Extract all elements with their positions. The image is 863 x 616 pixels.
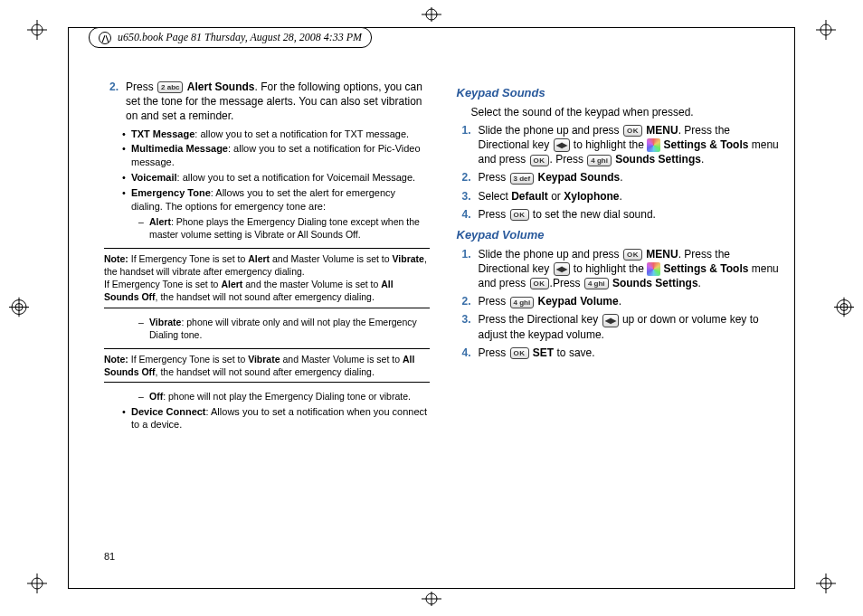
key-4ghi-icon: 4 ghi bbox=[587, 155, 612, 166]
text-bold: TXT Message bbox=[131, 128, 194, 139]
heading-keypad-sounds: Keypad Sounds bbox=[457, 85, 782, 101]
left-column: 2. Press 2 abc Alert Sounds. For the fol… bbox=[104, 80, 430, 553]
key-4ghi-icon: 4 ghi bbox=[510, 297, 535, 308]
text-bold: Settings & Tools bbox=[664, 262, 749, 275]
ok-key-icon: OK bbox=[530, 278, 549, 289]
key-4ghi-icon: 4 ghi bbox=[584, 278, 609, 289]
step-body: Slide the phone up and press OK MENU. Pr… bbox=[479, 123, 782, 167]
step-number: 2. bbox=[104, 80, 126, 124]
text-bold: Alert Sounds bbox=[187, 81, 255, 93]
kv-step-1: 1. Slide the phone up and press OK MENU.… bbox=[457, 247, 782, 291]
bullet-icon: • bbox=[122, 128, 131, 141]
step-body: Press OK to set the new dial sound. bbox=[479, 207, 782, 222]
nav-key-icon: ◀▶ bbox=[602, 314, 619, 327]
text: . Press bbox=[550, 153, 587, 166]
dash-off: –Off: phone will not play the Emergency … bbox=[138, 390, 430, 403]
crop-mark-icon bbox=[27, 20, 47, 43]
text: to set the new dial sound. bbox=[530, 208, 656, 221]
page-number: 81 bbox=[104, 551, 115, 562]
step-body: Press 4 ghi Keypad Volume. bbox=[479, 294, 782, 308]
book-icon bbox=[99, 32, 111, 44]
step-body: Press OK SET to save. bbox=[479, 346, 782, 360]
ks-step-2: 2. Press 3 def Keypad Sounds. bbox=[457, 170, 782, 185]
crop-mark-icon bbox=[422, 7, 441, 24]
text-bold: Multimedia Message bbox=[131, 143, 228, 154]
text-bold: Sounds Settings bbox=[615, 153, 701, 166]
text-bold: Keypad Sounds bbox=[538, 171, 621, 184]
bullet-mm: •Multimedia Message: allow you to set a … bbox=[122, 142, 430, 169]
text: Slide the phone up and press bbox=[479, 248, 622, 261]
ok-key-icon: OK bbox=[623, 125, 642, 137]
ok-key-icon: OK bbox=[510, 209, 529, 221]
ok-key-icon: OK bbox=[510, 347, 529, 359]
step-body: Press 2 abc Alert Sounds. For the follow… bbox=[126, 80, 430, 124]
bullet-icon: • bbox=[122, 186, 131, 213]
ks-step-3: 3. Select Default or Xylophone. bbox=[457, 189, 782, 204]
text: and Master Volume is set to bbox=[270, 253, 392, 264]
text: Press bbox=[479, 171, 509, 184]
bullet-device: •Device Connect: Allows you to set a not… bbox=[122, 405, 430, 432]
text: : phone will vibrate only and will not p… bbox=[149, 317, 417, 340]
crop-mark-icon bbox=[834, 297, 854, 319]
text-bold: Alert bbox=[248, 253, 270, 264]
step-body: Select Default or Xylophone. bbox=[479, 189, 782, 204]
step-body: Press the Directional key ◀▶ up or down … bbox=[479, 312, 782, 342]
bullet-vm: •Voicemail: allow you to set a notificat… bbox=[122, 171, 430, 185]
ok-key-icon: OK bbox=[530, 155, 549, 166]
step-number: 4. bbox=[457, 207, 479, 222]
kv-step-2: 2. Press 4 ghi Keypad Volume. bbox=[457, 294, 782, 308]
ok-key-icon: OK bbox=[623, 249, 642, 261]
crop-mark-icon bbox=[27, 573, 47, 596]
header-bar: u650.book Page 81 Thursday, August 28, 2… bbox=[89, 27, 372, 48]
intro-text: Select the sound of the keypad when pres… bbox=[471, 105, 782, 119]
note-label: Note: bbox=[104, 354, 128, 365]
bullet-icon: • bbox=[122, 171, 131, 185]
text-bold: Vibrate bbox=[392, 253, 423, 264]
ks-step-4: 4. Press OK to set the new dial sound. bbox=[457, 207, 782, 222]
content: 2. Press 2 abc Alert Sounds. For the fol… bbox=[104, 80, 782, 553]
text: Select bbox=[479, 190, 512, 203]
text: to save. bbox=[554, 346, 594, 359]
text-bold: Alert bbox=[221, 279, 242, 289]
text: Press bbox=[479, 346, 509, 359]
crop-mark-icon bbox=[816, 573, 836, 596]
step-2: 2. Press 2 abc Alert Sounds. For the fol… bbox=[104, 80, 430, 124]
text-bold: Vibrate bbox=[248, 354, 280, 365]
text-bold: Default bbox=[511, 190, 548, 203]
note-label: Note: bbox=[104, 253, 128, 264]
crop-mark-icon bbox=[816, 20, 836, 43]
text-bold: Keypad Volume bbox=[538, 295, 619, 308]
text: , the handset will not sound after emerg… bbox=[156, 366, 375, 377]
bullet-icon: • bbox=[122, 142, 131, 169]
text: or bbox=[548, 190, 564, 203]
text: . bbox=[698, 277, 701, 289]
nav-key-icon: ◀▶ bbox=[554, 138, 570, 152]
kv-step-3: 3. Press the Directional key ◀▶ up or do… bbox=[457, 312, 782, 342]
text: : allow you to set a notification for TX… bbox=[194, 128, 409, 139]
dash-icon: – bbox=[138, 215, 149, 241]
text-bold: Alert bbox=[149, 216, 171, 227]
text: : Phone plays the Emergency Dialing tone… bbox=[149, 216, 420, 240]
text-bold: Off bbox=[149, 391, 163, 402]
text-bold: Xylophone bbox=[564, 190, 619, 203]
text-bold: MENU bbox=[646, 248, 678, 261]
text: If Emergency Tone is set to bbox=[131, 354, 248, 365]
text-bold: Sounds Settings bbox=[612, 277, 698, 289]
text-bold: Vibrate bbox=[149, 317, 181, 327]
note-2: Note: If Emergency Tone is set to Vibrat… bbox=[104, 348, 430, 383]
text: If Emergency Tone is set to bbox=[104, 279, 221, 289]
key-2abc-icon: 2 abc bbox=[157, 81, 183, 93]
dash-icon: – bbox=[138, 390, 149, 403]
header-text: u650.book Page 81 Thursday, August 28, 2… bbox=[118, 31, 362, 43]
text-bold: SET bbox=[533, 346, 554, 359]
step-number: 2. bbox=[457, 170, 479, 185]
text-bold: Settings & Tools bbox=[664, 138, 749, 151]
text: . bbox=[701, 153, 704, 166]
nav-key-icon: ◀▶ bbox=[554, 262, 570, 276]
text: to highlight the bbox=[571, 138, 648, 151]
text: Press bbox=[479, 295, 509, 308]
text: Press bbox=[126, 81, 156, 93]
text: .Press bbox=[550, 277, 583, 289]
step-number: 3. bbox=[457, 312, 479, 342]
key-3def-icon: 3 def bbox=[510, 173, 535, 185]
